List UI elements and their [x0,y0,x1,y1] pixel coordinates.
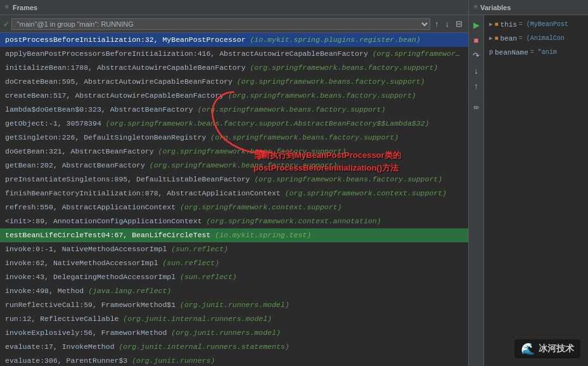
frame-item[interactable]: invoke:43, DelegatingMethodAccessorImpl … [0,270,468,284]
watermark-icon: 🌊 [521,342,535,356]
watermark-text: 冰河技术 [539,343,574,355]
frame-package: (org.springframework.beans.factory.suppo… [237,77,425,86]
var-item[interactable]: ▶ ■ bean = (AnimalCon [484,32,588,46]
resume-btn[interactable]: ▶ [470,18,483,32]
frames-list[interactable]: postProcessBeforeInitialization:32, MyBe… [0,33,468,366]
frame-package: (org.springframework.beans.factory. [373,49,468,58]
frame-method: runReflectiveCall:59, FrameworkMethod$1 [5,301,180,309]
var-expand-icon: ▶ [489,33,492,44]
evaluate-btn[interactable]: ∞ [470,100,483,114]
frame-package: (org.springframework.beans.factory.suppo… [228,91,416,100]
var-bean-value: = (AnimalCon [519,33,565,44]
frame-method: finishBeanFactoryInitialization:878, Abs… [5,189,285,197]
variables-panel-title: Variables [480,4,511,11]
frame-method: preInstantiateSingletons:895, DefaultLis… [5,175,254,183]
frame-item[interactable]: refresh:550, AbstractApplicationContext … [0,200,468,214]
var-this-name: this [500,19,516,30]
frame-package: (org.springframework.beans.factory.suppo… [250,63,438,72]
variables-panel: ▶ ■ this = (MyBeanPost ▶ ■ bean = (Anima… [484,15,588,366]
frame-package: (org.springframework.beans.factory.suppo… [210,133,399,141]
frame-item[interactable]: preInstantiateSingletons:895, DefaultLis… [0,173,468,186]
var-type-icon: ■ [494,33,498,44]
frame-item[interactable]: applyBeanPostProcessorsBeforeInitializat… [0,47,468,61]
frame-package: (sun.reflect) [162,259,219,267]
watermark: 🌊 冰河技术 [514,339,580,358]
var-item[interactable]: p beanName = "anim [484,46,588,60]
frame-method: initializeBean:1788, AbstractAutowireCap… [5,63,250,72]
frame-item[interactable]: <init>:89, AnnotationConfigApplicationCo… [0,214,468,228]
frame-method: invoke:498, Method [5,287,88,295]
step-over-btn[interactable]: ↷ [470,48,483,62]
frame-package: (org.springframework.beans.factory.suppo… [198,105,386,114]
frame-method: postProcessBeforeInitialization:32, MyBe… [5,36,250,44]
frame-package: (org.springframework.context.annotation) [206,217,381,225]
frame-item[interactable]: invoke:62, NativeMethodAccessorImpl (sun… [0,256,468,270]
frame-package: (org.junit.runners.model) [171,329,281,337]
frame-package: (org.junit.runners.model) [180,301,290,309]
thread-up-btn[interactable]: ↑ [433,19,441,29]
frame-method: evaluate:306, ParentRunner$3 [5,356,132,365]
frame-package: (sun.reflect) [180,273,237,281]
frame-item[interactable]: finishBeanFactoryInitialization:878, Abs… [0,186,468,200]
frame-package: (org.junit.internal.runners.statements) [118,343,289,351]
var-beanname-icon: p [489,47,493,58]
frame-package: (sun.reflect) [171,245,228,253]
frame-item[interactable]: invoke:0:-1, NativeMethodAccessorImpl (s… [0,242,468,256]
frame-package: (org.junit.internal.runners.model) [123,315,272,323]
frame-item[interactable]: createBean:517, AbstractAutowireCapableB… [0,89,468,103]
frame-method: applyBeanPostProcessorsBeforeInitializat… [5,49,373,58]
frames-panel: ✓ "main"@1 in group "main": RUNNING ↑ ↓ … [0,15,469,366]
frame-method: run:12, ReflectiveCallable [5,315,123,323]
var-item[interactable]: ▶ ■ this = (MyBeanPost [484,18,588,32]
frame-package: (org.springframework.context.support) [180,203,342,211]
frame-method: createBean:517, AbstractAutowireCapableB… [5,91,228,100]
frame-item[interactable]: doCreateBean:595, AbstractAutowireCapabl… [0,75,468,89]
vars-list[interactable]: ▶ ■ this = (MyBeanPost ▶ ■ bean = (Anima… [484,15,588,366]
frame-method: invoke:0:-1, NativeMethodAccessorImpl [5,245,171,253]
frame-package: (io.mykit.spring.plugins.register.bean) [250,36,420,44]
frame-package: (org.springframework.beans.factory.suppo… [158,147,347,155]
frame-item[interactable]: evaluate:306, ParentRunner$3 (org.junit.… [0,354,468,366]
frame-package: (org.springframework.beans.factory.suppo… [254,175,442,183]
frame-item[interactable]: doGetBean:321, AbstractBeanFactory (org.… [0,145,468,159]
frame-package: (org.junit.runners) [132,356,215,365]
stop-btn[interactable]: ■ [470,33,483,47]
frame-item[interactable]: postProcessBeforeInitialization:32, MyBe… [0,33,468,47]
frame-method: evaluate:17, InvokeMethod [5,343,118,351]
frame-method: getBean:202, AbstractBeanFactory [5,161,150,169]
frame-method: refresh:550, AbstractApplicationContext [5,203,180,211]
frame-package: (org.springframework.beans.factory.suppo… [150,161,338,169]
frame-item[interactable]: invokeExplosively:56, FrameworkMethod (o… [0,326,468,340]
frame-item[interactable]: getBean:202, AbstractBeanFactory (org.sp… [0,159,468,173]
var-expand-icon: ▶ [489,19,492,30]
frame-method: testBeanLifeCircleTest04:67, BeanLifeCir… [5,231,215,239]
frame-method: doGetBean:321, AbstractBeanFactory [5,147,158,155]
thread-down-btn[interactable]: ↓ [444,19,452,29]
frame-method: getSingleton:226, DefaultSingletonBeanRe… [5,133,210,141]
frame-method: lambda$doGetBean$0:323, AbstractBeanFact… [5,105,198,114]
var-beanname-label: beanName [495,47,528,58]
var-type-icon: ■ [494,19,498,30]
frame-package: (org.springframework.beans.factory.suppo… [106,119,430,127]
frame-item[interactable]: testBeanLifeCircleTest04:67, BeanLifeCir… [0,228,468,242]
frame-item[interactable]: getSingleton:226, DefaultSingletonBeanRe… [0,131,468,145]
frame-method: doCreateBean:595, AbstractAutowireCapabl… [5,77,237,86]
frame-item[interactable]: invoke:498, Method (java.lang.reflect) [0,284,468,298]
frame-item[interactable]: lambda$doGetBean$0:323, AbstractBeanFact… [0,103,468,117]
check-icon: ✓ [4,19,9,29]
frame-item[interactable]: evaluate:17, InvokeMethod (org.junit.int… [0,340,468,354]
frame-item[interactable]: runReflectiveCall:59, FrameworkMethod$1 … [0,298,468,312]
frame-item[interactable]: getObject:-1, 30578394 (org.springframew… [0,117,468,131]
frame-method: invokeExplosively:56, FrameworkMethod [5,329,171,337]
frame-method: invoke:43, DelegatingMethodAccessorImpl [5,273,180,281]
step-into-btn[interactable]: ↓ [470,63,483,77]
side-toolbar: ▶ ■ ↷ ↓ ↑ ∞ [469,15,484,366]
frame-item[interactable]: initializeBean:1788, AbstractAutowireCap… [0,61,468,75]
var-bean-name: bean [500,33,516,44]
thread-select[interactable]: "main"@1 in group "main": RUNNING [11,18,430,30]
step-out-btn[interactable]: ↑ [470,79,483,93]
frame-method: getObject:-1, 30578394 [5,119,106,127]
frame-item[interactable]: run:12, ReflectiveCallable (org.junit.in… [0,312,468,326]
var-this-value: = (MyBeanPost [519,19,568,30]
thread-filter-btn[interactable]: ⊟ [454,19,464,29]
